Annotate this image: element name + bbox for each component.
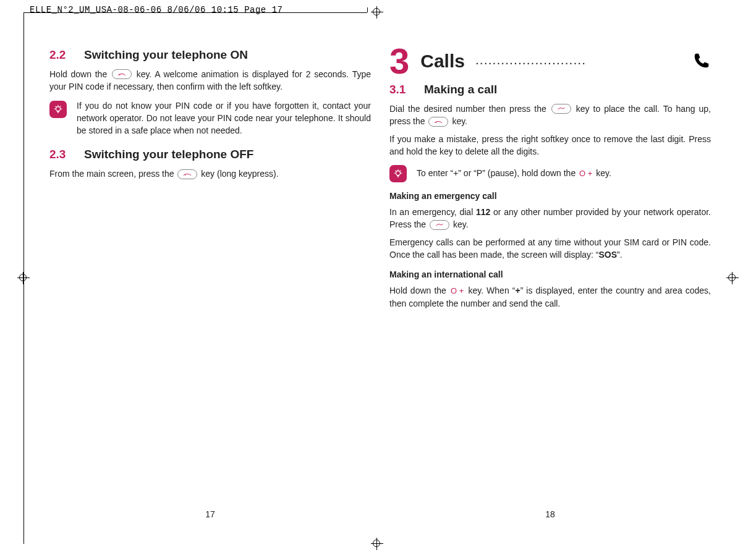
svg-point-0: [119, 74, 121, 75]
zero-plus-key: O +: [451, 286, 464, 297]
section-title: Switching your telephone ON: [84, 48, 248, 62]
tip-text: To enter “+” or “P” (pause), hold down t…: [417, 167, 711, 180]
end-key-icon: [428, 117, 448, 127]
crop-mark: [367, 7, 368, 12]
end-key-icon: [177, 169, 197, 179]
crop-mark: [23, 12, 367, 13]
tip-text: If you do not know your PIN code or if y…: [77, 100, 371, 137]
leader-dots: ..........................: [476, 56, 681, 66]
chapter-number: 3: [389, 43, 409, 79]
body-text: Hold down the key. A welcome animation i…: [49, 68, 371, 93]
phone-icon: [692, 51, 711, 72]
body-text: Dial the desired number then press the k…: [389, 103, 711, 128]
tip-box: To enter “+” or “P” (pause), hold down t…: [389, 164, 711, 182]
body-text: In an emergency, dial 112 or any other n…: [389, 206, 711, 231]
tip-icon: [49, 101, 67, 118]
call-key-icon: [430, 220, 449, 230]
sos-label: SOS: [599, 250, 618, 260]
svg-point-3: [436, 121, 437, 122]
registration-mark-icon: [371, 6, 383, 19]
text-run: key.: [596, 168, 611, 178]
text-run: Dial the desired number then press the: [389, 104, 550, 114]
emergency-number: 112: [476, 207, 490, 217]
plus-symbol: +: [515, 286, 520, 295]
text-run: Emergency calls can be performed at any …: [389, 237, 711, 260]
text-run: key (long keypress).: [201, 169, 278, 179]
body-text: From the main screen, press the key (lon…: [49, 167, 371, 180]
section-heading-2-3: 2.3 Switching your telephone OFF: [49, 148, 371, 161]
text-run: ”.: [617, 250, 622, 260]
text-run: Hold down the: [389, 286, 449, 295]
text-run: From the main screen, press the: [49, 169, 176, 179]
svg-point-1: [56, 106, 60, 111]
registration-mark-icon: [17, 272, 30, 284]
end-key-icon: [112, 69, 132, 79]
tip-icon: [389, 165, 407, 182]
call-key-icon: [551, 104, 571, 114]
tip-box: If you do not know your PIN code or if y…: [49, 100, 371, 137]
page-number: 18: [389, 509, 711, 519]
text-run: key. When “: [468, 286, 515, 295]
section-number: 2.2: [49, 48, 73, 62]
page-number: 17: [49, 509, 371, 519]
text-run: key.: [453, 219, 469, 229]
print-slug: ELLE_N°2_UM_USA-08-06-06 8/06/06 10:15 P…: [30, 5, 282, 15]
section-number: 2.3: [49, 148, 73, 161]
page-left: 2.2 Switching your telephone ON Hold dow…: [49, 37, 371, 519]
svg-point-2: [185, 174, 186, 176]
section-title: Making a call: [424, 83, 497, 96]
section-heading-3-1: 3.1 Making a call: [389, 83, 711, 96]
chapter-title: Calls: [420, 51, 465, 72]
page-right: 3 Calls .......................... 3.1 M…: [389, 37, 711, 519]
section-title: Switching your telephone OFF: [84, 148, 253, 161]
section-number: 3.1: [389, 83, 413, 96]
section-heading-2-2: 2.2 Switching your telephone ON: [49, 48, 371, 62]
text-run: In an emergency, dial: [389, 207, 476, 217]
svg-point-4: [396, 171, 400, 176]
body-text: Hold down the O + key. When “+” is displ…: [389, 284, 711, 310]
body-text: If you make a mistake, press the right s…: [389, 133, 711, 158]
text-run: key.: [452, 116, 467, 126]
zero-plus-key: O +: [579, 168, 592, 180]
text-run: To enter “+” or “P” (pause), hold down t…: [417, 168, 578, 178]
registration-mark-icon: [371, 538, 383, 550]
subheading-international: Making an international call: [389, 269, 711, 279]
subheading-emergency: Making an emergency call: [389, 191, 711, 201]
text-run: Hold down the: [49, 69, 111, 79]
chapter-heading: 3 Calls ..........................: [389, 43, 711, 79]
body-text: Emergency calls can be performed at any …: [389, 236, 711, 261]
